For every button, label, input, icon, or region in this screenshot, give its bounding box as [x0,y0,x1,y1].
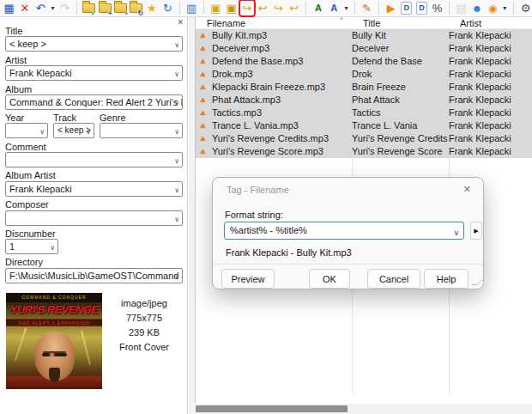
convert-filename-filename-icon[interactable]: ↪ [272,1,285,15]
file-row[interactable]: ▲Klepacki Brain Freeze.mp3 Brain Freeze … [196,81,532,94]
cell-filename: Yuri's Revenge Score.mp3 [212,146,323,156]
genre-combobox[interactable]: ∨ [100,123,183,138]
lightning-decoration [81,331,91,364]
scrollbar-thumb[interactable] [196,405,348,412]
discnumber-combobox[interactable]: 1∨ [5,239,58,254]
save-tag-icon[interactable]: ▦ [3,1,15,15]
cell-artist: Frank Klepacki [449,145,532,158]
toolbar-separator [179,2,180,15]
toolbar-separator [76,2,77,15]
remove-tag-icon[interactable]: ✕ [18,1,31,15]
cover-type: Front Cover [103,340,185,355]
album-combobox[interactable]: Command & Conquer: Red Alert 2 Yuri's Re… [5,94,183,110]
toolbar-separator [449,2,450,15]
chevron-down-icon: ∨ [174,97,179,110]
cover-art-search-icon[interactable]: ◉ [487,1,499,15]
tag-filename-dialog: Tag - Filename ✕ Format string: %artist%… [212,177,484,289]
format-string-combobox[interactable]: %artist% - %title% ∨ [224,222,464,240]
edit-tag-icon[interactable]: ✎ [360,1,373,15]
convert-filename-tag-icon[interactable]: ↩ [257,1,269,15]
play-file-icon[interactable]: ▶ [384,1,397,15]
save-configuration-icon[interactable]: ▪ [114,1,127,15]
vlc-file-icon: ▲ [199,68,207,81]
tag-panel-close-icon[interactable]: ✕ [177,18,184,27]
ok-button[interactable]: OK [309,269,350,289]
lightning-decoration [15,328,27,362]
title-combobox[interactable]: < keep >∨ [5,36,183,52]
cell-filename: Yuri's Revenge Credits.mp3 [212,133,329,143]
vlc-file-icon: ▲ [199,145,207,158]
refresh-icon[interactable]: ↻ [160,1,173,15]
file-row[interactable]: ▲Trance L. Vania.mp3 Trance L. Vania Fra… [196,119,532,132]
column-header-title[interactable]: Title [352,17,449,28]
actions-icon[interactable]: A [328,1,341,15]
folder-badge-icon: ▪ [125,10,128,17]
resize-grip[interactable] [472,280,483,285]
dialog-close-icon[interactable]: ✕ [463,184,471,195]
chevron-down-icon: ∨ [174,125,179,138]
file-row[interactable]: ▲Yuri's Revenge Score.mp3 Yuri's Revenge… [196,145,532,158]
case-conversion-icon[interactable]: A [311,1,324,15]
column-header-filename[interactable]: Filename [196,17,352,28]
cancel-button[interactable]: Cancel [367,269,420,289]
help-button[interactable]: Help [424,269,469,289]
file-row[interactable]: ▲Drok.mp3 Drok Frank Klepacki [196,68,532,81]
album-cover-art[interactable]: COMMAND & CONQUER YURI'S REVENGE RED ALE… [6,293,102,389]
comment-combobox[interactable]: ∨ [5,152,183,167]
cell-artist: Frank Klepacki [449,119,532,132]
actions-dropdown-icon[interactable]: ▾ [343,1,349,15]
id3v2-tag-icon[interactable]: D [416,2,427,15]
cover-mime: image/jpeg [103,296,185,311]
album-artist-combobox[interactable]: Frank Klepacki∨ [5,181,183,197]
file-row[interactable]: ▲Defend the Base.mp3 Defend the Base Fra… [196,55,532,68]
cell-artist: Frank Klepacki [449,55,532,68]
autonumbering-wizard-icon[interactable]: % [431,1,444,15]
horizontal-scrollbar[interactable] [195,404,532,414]
cover-info: image/jpeg 775x775 239 KB Front Cover [103,296,185,355]
vlc-file-icon: ▲ [199,119,207,132]
artist-combobox[interactable]: Frank Klepacki∨ [5,65,183,81]
format-string-value: %artist% - %title% [230,225,307,235]
undo-icon[interactable]: ↶ [34,1,47,15]
track-label: Track [53,113,76,123]
file-row[interactable]: ▲Deceiver.mp3 Deceiver Frank Klepacki [196,42,532,55]
favorite-directory-icon[interactable]: ★ [145,1,158,15]
tag-panel: ✕ Title < keep >∨ Artist Frank Klepacki∨… [0,17,188,414]
column-header-artist[interactable]: Artist [449,17,532,28]
file-row[interactable]: ▲Bully Kit.mp3 Bully Kit Frank Klepacki [196,29,532,42]
tag-paste-icon[interactable]: ▣ [225,1,238,15]
file-row[interactable]: ▲Yuri's Revenge Credits.mp3 Yuri's Reven… [196,132,532,145]
vlc-file-icon: ▲ [199,94,207,107]
vlc-file-icon: ▲ [199,55,207,68]
add-directory-icon[interactable]: + [98,1,111,15]
convert-textfile-tag-icon[interactable]: ↩ [287,1,300,15]
track-combobox[interactable]: < keep >∨ [53,123,94,138]
file-list-header: Filename Title Artist ^ [196,17,532,29]
format-placeholder-menu-button[interactable]: ▶ [470,222,482,240]
panel-splitter[interactable] [189,17,195,414]
web-sources-icon[interactable]: ☻ [470,1,483,15]
tag-panel-toggle-icon[interactable]: ▥ [185,1,198,15]
year-combobox[interactable]: ∨ [5,123,48,138]
undo-dropdown-icon[interactable]: ▾ [50,1,56,15]
composer-combobox[interactable]: ∨ [5,210,183,226]
options-icon[interactable]: ⚙ [519,1,532,15]
chevron-down-icon: ∨ [50,241,55,254]
compare-images-icon: ▤ [455,1,468,15]
id3v1-tag-icon[interactable]: D [401,2,412,15]
preview-button[interactable]: Preview [221,269,275,289]
web-sources-dropdown-icon[interactable]: ▾ [502,1,508,15]
refresh-directory-icon[interactable]: ↻ [130,1,142,15]
cell-artist: Frank Klepacki [449,68,532,81]
convert-tag-filename-icon[interactable]: ↪ [240,1,253,15]
cover-band-text: COMMAND & CONQUER [6,293,102,302]
chevron-down-icon: ∨ [174,155,179,167]
directory-combobox[interactable]: F:\Music\MusicLib\GameOST\Command & Co∨ [5,268,183,283]
file-row[interactable]: ▲Phat Attack.mp3 Phat Attack Frank Klepa… [196,94,532,107]
comment-label: Comment [5,142,46,152]
change-directory-icon[interactable]: ✓ [82,1,95,15]
file-row[interactable]: ▲Tactics.mp3 Tactics Frank Klepacki [196,107,532,119]
tag-copy-icon[interactable]: ▣ [209,1,222,15]
cell-artist: Frank Klepacki [449,132,532,145]
dialog-separator [213,264,483,265]
